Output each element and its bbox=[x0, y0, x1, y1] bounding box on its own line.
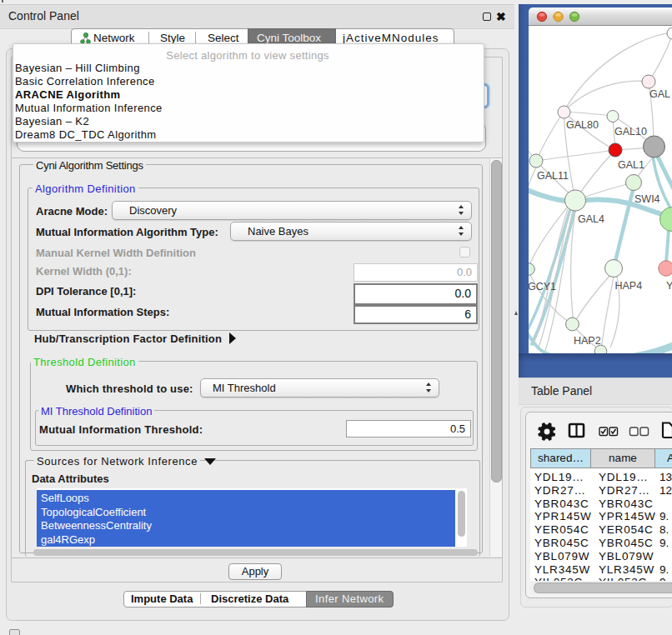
svg-text:GAL80: GAL80 bbox=[566, 119, 599, 131]
svg-text:GAL11: GAL11 bbox=[537, 170, 569, 182]
svg-text:Y: Y bbox=[666, 280, 672, 292]
svg-text:SWI4: SWI4 bbox=[634, 193, 660, 205]
svg-text:HAP4: HAP4 bbox=[615, 280, 643, 292]
svg-text:GAL4: GAL4 bbox=[578, 213, 604, 225]
svg-text:HAP2: HAP2 bbox=[574, 335, 601, 347]
svg-text:GAL: GAL bbox=[649, 88, 670, 100]
svg-text:GAL1: GAL1 bbox=[618, 159, 644, 171]
svg-text:GCY1: GCY1 bbox=[529, 281, 556, 292]
svg-text:GAL10: GAL10 bbox=[614, 126, 647, 138]
